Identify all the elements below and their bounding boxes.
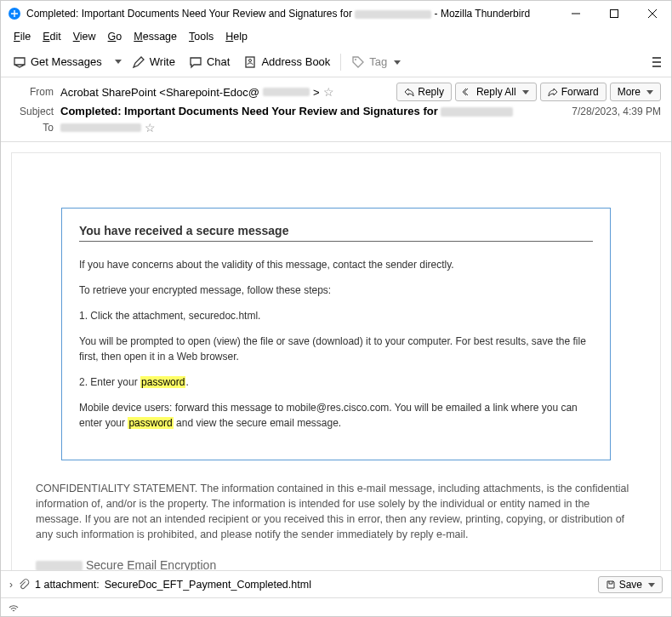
message-date: 7/28/2023, 4:39 PM: [572, 106, 661, 117]
secure-heading: You have received a secure message: [79, 224, 593, 242]
online-status-icon: [8, 602, 20, 614]
menu-help[interactable]: Help: [219, 29, 253, 44]
paperclip-icon: [18, 579, 30, 591]
body-para: If you have concerns about the validity …: [79, 257, 593, 272]
star-icon[interactable]: ☆: [145, 121, 156, 134]
main-toolbar: Get Messages Write Chat Address Book Tag: [1, 47, 671, 77]
maximize-button[interactable]: [595, 1, 633, 26]
close-button[interactable]: [633, 1, 671, 26]
chevron-right-icon[interactable]: ›: [9, 579, 13, 591]
window-title: Completed: Important Documents Need Your…: [26, 8, 556, 20]
to-label: To: [11, 122, 54, 134]
save-attachment-button[interactable]: Save: [598, 576, 663, 593]
confidentiality-statement: CONFIDENTIALITY STATEMENT. The informati…: [36, 481, 636, 543]
body-para: To retrieve your encrypted message, foll…: [79, 283, 593, 298]
to-value: ☆: [60, 121, 661, 134]
more-button[interactable]: More: [610, 83, 661, 101]
forward-button[interactable]: Forward: [540, 83, 607, 101]
forward-icon: [548, 87, 558, 97]
subject-value: Completed: Important Documents Need Your…: [60, 105, 572, 117]
save-icon: [606, 580, 616, 590]
menu-message[interactable]: Message: [128, 29, 183, 44]
tag-icon: [351, 55, 365, 69]
subject-label: Subject: [11, 106, 54, 117]
body-para: 2. Enter your password.: [79, 374, 593, 390]
menu-tools[interactable]: Tools: [183, 29, 219, 44]
app-menu-button[interactable]: [649, 54, 664, 71]
body-para: You will be prompted to open (view) the …: [79, 334, 593, 364]
reply-button[interactable]: Reply: [396, 83, 452, 101]
message-header: From Acrobat SharePoint <Sharepoint-Edoc…: [1, 77, 671, 141]
download-icon: [13, 55, 26, 69]
attachment-bar: › 1 attachment: SecureDoc_EFT_Payment_Co…: [1, 570, 671, 597]
window-titlebar: Completed: Important Documents Need Your…: [1, 1, 671, 26]
chat-button[interactable]: Chat: [184, 52, 235, 72]
encryption-footer: Secure Email Encryption: [36, 558, 636, 571]
svg-rect-1: [610, 10, 618, 18]
svg-point-4: [355, 59, 356, 60]
get-messages-button[interactable]: Get Messages: [8, 52, 107, 72]
message-body[interactable]: You have received a secure message If yo…: [1, 141, 671, 570]
address-book-button[interactable]: Address Book: [238, 52, 335, 72]
minimize-button[interactable]: [556, 1, 595, 26]
body-para: Mobile device users: forward this messag…: [79, 400, 593, 431]
tag-button[interactable]: Tag: [346, 52, 406, 72]
chat-icon: [189, 55, 202, 69]
body-para: 1. Click the attachment, securedoc.html.: [79, 308, 593, 323]
from-label: From: [11, 86, 54, 98]
attachment-filename[interactable]: SecureDoc_EFT_Payment_Completed.html: [105, 579, 311, 591]
menu-file[interactable]: File: [8, 29, 37, 44]
menubar: File Edit View Go Message Tools Help: [1, 26, 671, 47]
reply-all-icon: [463, 87, 473, 97]
write-button[interactable]: Write: [127, 52, 180, 72]
app-icon: [8, 7, 21, 20]
statusbar: [1, 597, 671, 616]
svg-point-3: [249, 59, 252, 61]
from-value: Acrobat SharePoint <Sharepoint-Edoc@ > ☆: [60, 85, 396, 99]
menu-view[interactable]: View: [67, 29, 102, 44]
reply-icon: [404, 87, 414, 97]
reply-all-button[interactable]: Reply All: [455, 83, 537, 101]
menu-edit[interactable]: Edit: [37, 29, 67, 44]
get-messages-dropdown[interactable]: [111, 56, 123, 67]
star-icon[interactable]: ☆: [323, 85, 334, 99]
menu-go[interactable]: Go: [102, 29, 128, 44]
attachment-count: 1 attachment:: [35, 579, 100, 591]
secure-message-box: You have received a secure message If yo…: [61, 208, 611, 460]
pencil-icon: [132, 55, 145, 69]
address-book-icon: [243, 55, 257, 69]
